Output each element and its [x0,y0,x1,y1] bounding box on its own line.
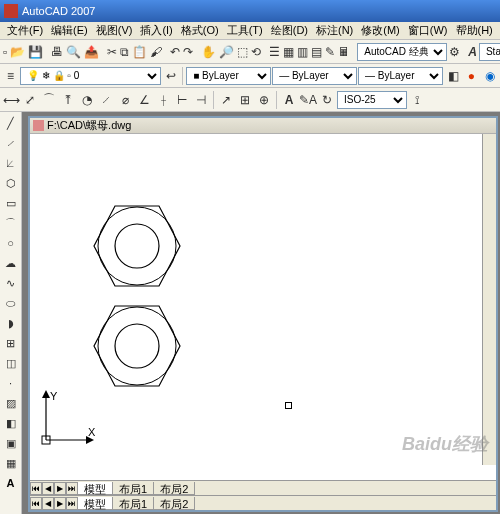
revcloud-button[interactable]: ☁ [2,254,20,272]
region-button[interactable]: ▣ [2,434,20,452]
properties-button[interactable]: ☰ [268,43,281,61]
tab2-first-button[interactable]: ⏮ [30,497,42,510]
tab2-layout2[interactable]: 布局2 [153,497,195,510]
insert-block-button[interactable]: ⊞ [2,334,20,352]
tab-prev-button[interactable]: ◀ [42,482,54,495]
dim-linear-button[interactable]: ⟷ [2,91,20,109]
markup-button[interactable]: ✎ [324,43,336,61]
dim-style-button[interactable]: ⟟ [408,91,426,109]
menu-insert[interactable]: 插入(I) [137,22,175,39]
color-combo[interactable]: ■ ByLayer [186,67,271,85]
save-button[interactable]: 💾 [27,43,44,61]
layer-combo[interactable]: 💡 ❄ 🔒 ▫ 0 [20,67,161,85]
render-button[interactable]: ◉ [481,67,498,85]
layout-tabs: ⏮ ◀ ▶ ⏭ 模型 布局1 布局2 [30,480,496,495]
tool-palette-button[interactable]: ▥ [296,43,309,61]
tab2-model[interactable]: 模型 [77,497,113,510]
text-style-icon[interactable]: A [467,43,478,61]
zoom-win-button[interactable]: ⬚ [236,43,249,61]
spline-button[interactable]: ∿ [2,274,20,292]
linetype-combo[interactable]: — ByLayer [272,67,357,85]
dim-jogged-button[interactable]: ⟋ [97,91,115,109]
new-button[interactable]: ▫ [2,43,8,61]
menu-draw[interactable]: 绘图(D) [268,22,311,39]
print-button[interactable]: 🖶 [50,43,64,61]
tab-next-button[interactable]: ▶ [54,482,66,495]
menu-help[interactable]: 帮助(H) [453,22,496,39]
vertical-scrollbar[interactable] [482,134,496,465]
dim-radius-button[interactable]: ◔ [78,91,96,109]
xline-button[interactable]: ⟋ [2,134,20,152]
rectangle-button[interactable]: ▭ [2,194,20,212]
dim-baseline-button[interactable]: ⊢ [173,91,191,109]
sheet-set-button[interactable]: ▤ [310,43,323,61]
tab2-prev-button[interactable]: ◀ [42,497,54,510]
color-button[interactable]: ● [463,67,480,85]
menu-edit[interactable]: 编辑(E) [48,22,91,39]
dim-center-button[interactable]: ⊕ [255,91,273,109]
drawing-canvas[interactable]: Y X Baidu经验 [30,134,496,480]
paste-button[interactable]: 📋 [131,43,148,61]
tab2-layout1[interactable]: 布局1 [112,497,154,510]
tab-layout2[interactable]: 布局2 [153,482,195,495]
dim-update-button[interactable]: ↻ [318,91,336,109]
menu-format[interactable]: 格式(O) [178,22,222,39]
point-button[interactable]: · [2,374,20,392]
lineweight-combo[interactable]: — ByLayer [358,67,443,85]
menu-file[interactable]: 文件(F) [4,22,46,39]
dim-tolerance-button[interactable]: ⊞ [236,91,254,109]
mtext-button[interactable]: A [2,474,20,492]
dim-arc-button[interactable]: ⌒ [40,91,58,109]
menu-view[interactable]: 视图(V) [93,22,136,39]
ellipse-arc-button[interactable]: ◗ [2,314,20,332]
pan-button[interactable]: ✋ [200,43,217,61]
dim-current-combo[interactable]: ISO-25 [337,91,407,109]
gradient-button[interactable]: ◧ [2,414,20,432]
ellipse-button[interactable]: ⬭ [2,294,20,312]
dim-aligned-button[interactable]: ⤢ [21,91,39,109]
redo-button[interactable]: ↷ [182,43,194,61]
menu-dimension[interactable]: 标注(N) [313,22,356,39]
publish-button[interactable]: 📤 [83,43,100,61]
text-style-combo[interactable]: Standard [479,43,500,61]
dim-diameter-button[interactable]: ⌀ [116,91,134,109]
dim-ordinate-button[interactable]: ⤒ [59,91,77,109]
line-button[interactable]: ╱ [2,114,20,132]
circle-button[interactable]: ○ [2,234,20,252]
calc-button[interactable]: 🖩 [337,43,351,61]
dim-textedit-button[interactable]: ✎A [299,91,317,109]
menu-window[interactable]: 窗口(W) [405,22,451,39]
layer-manager-button[interactable]: ≡ [2,67,19,85]
zoom-rt-button[interactable]: 🔎 [218,43,235,61]
dim-angular-button[interactable]: ∠ [135,91,153,109]
hatch-button[interactable]: ▨ [2,394,20,412]
tab-model[interactable]: 模型 [77,482,113,495]
polygon-button[interactable]: ⬡ [2,174,20,192]
designcenter-button[interactable]: ▦ [282,43,295,61]
menu-modify[interactable]: 修改(M) [358,22,403,39]
menu-tools[interactable]: 工具(T) [224,22,266,39]
pline-button[interactable]: ⟀ [2,154,20,172]
dim-continue-button[interactable]: ⊣ [192,91,210,109]
dim-quick-button[interactable]: ⟊ [154,91,172,109]
table-button[interactable]: ▦ [2,454,20,472]
document-titlebar[interactable]: F:\CAD\螺母.dwg [30,118,496,134]
tab-layout1[interactable]: 布局1 [112,482,154,495]
tab2-next-button[interactable]: ▶ [54,497,66,510]
undo-button[interactable]: ↶ [169,43,181,61]
tab-first-button[interactable]: ⏮ [30,482,42,495]
preview-button[interactable]: 🔍 [65,43,82,61]
arc-button[interactable]: ⌒ [2,214,20,232]
layer-prev-button[interactable]: ↩ [162,67,179,85]
workspace-combo[interactable]: AutoCAD 经典 [357,43,447,61]
zoom-prev-button[interactable]: ⟲ [250,43,262,61]
bylayer-button[interactable]: ◧ [445,67,462,85]
dim-leader-button[interactable]: ↗ [217,91,235,109]
make-block-button[interactable]: ◫ [2,354,20,372]
cut-button[interactable]: ✂ [106,43,118,61]
dim-edit-button[interactable]: A [280,91,298,109]
open-button[interactable]: 📂 [9,43,26,61]
match-button[interactable]: 🖌 [149,43,163,61]
workspace-settings-button[interactable]: ⚙ [448,43,461,61]
copy-button[interactable]: ⧉ [119,43,130,61]
